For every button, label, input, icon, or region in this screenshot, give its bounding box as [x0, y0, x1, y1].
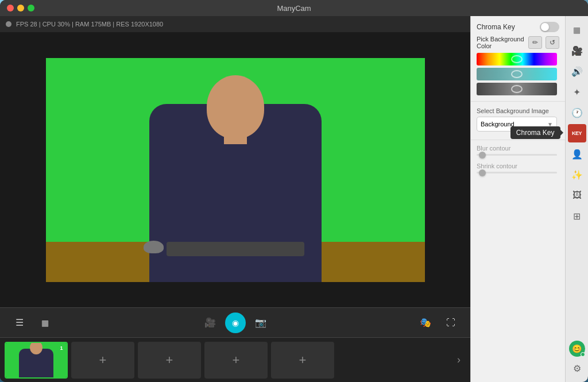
source-add-5[interactable]: +	[271, 342, 334, 379]
sidebar-face-icon: 👤	[571, 149, 583, 160]
list-view-button[interactable]: ☰	[9, 312, 30, 333]
maximize-button[interactable]	[28, 5, 34, 11]
grid-icon: ▦	[41, 318, 49, 327]
mouse-element	[144, 241, 164, 253]
source-add-3[interactable]: +	[138, 342, 201, 379]
center-area: FPS 28 | CPU 30% | RAM 175MB | RES 1920X…	[0, 16, 470, 382]
sidebar-magic-icon: ✨	[571, 169, 583, 180]
profile-online-dot	[581, 352, 585, 357]
eyedropper-button[interactable]: ✏	[528, 36, 542, 49]
sidebar-preview-btn[interactable]: ▦	[568, 21, 586, 39]
list-icon: ☰	[16, 317, 24, 328]
sidebar-image-btn[interactable]: 🖼	[568, 186, 586, 204]
chroma-key-section: Chroma Key Pick Background Color ✏ ↺	[471, 16, 565, 102]
dropdown-arrow-icon: ▼	[547, 121, 553, 128]
mask-button[interactable]: 🎭	[415, 312, 436, 333]
sidebar-history-btn[interactable]: 🕐	[568, 103, 586, 122]
sidebar-chroma-btn[interactable]: KEY	[568, 124, 586, 142]
record-button[interactable]: 🎥	[200, 312, 220, 333]
sidebar-camera-btn[interactable]: 🎥	[568, 41, 586, 60]
color-swatch-cool[interactable]	[477, 68, 557, 80]
keyboard-element	[167, 242, 304, 256]
snapshot-button[interactable]: 📷	[250, 312, 271, 333]
color-swatch-rainbow[interactable]	[477, 53, 557, 65]
source-add-4[interactable]: +	[204, 342, 268, 379]
sidebar-camera-icon: 🎥	[571, 45, 583, 56]
sidebar-grid-icon: ⊞	[573, 211, 581, 222]
color-swatch-dark[interactable]	[477, 83, 557, 95]
chroma-key-row: Chroma Key	[477, 22, 559, 32]
icon-sidebar: ▦ 🎥 🔊 ✦ 🕐 KEY Chroma Key	[565, 16, 588, 382]
chroma-key-toggle[interactable]	[540, 22, 559, 32]
pick-bg-color-row: Pick Background Color ✏ ↺	[477, 36, 559, 49]
sidebar-face-btn[interactable]: 👤	[568, 145, 586, 163]
window-title: ManyCam	[277, 4, 311, 13]
expand-icon: ⛶	[446, 318, 455, 328]
sidebar-chroma-icon: KEY	[572, 130, 582, 136]
background-dropdown[interactable]: Background ▼	[477, 117, 557, 132]
profile-icon-symbol: 😊	[572, 344, 582, 353]
source-next-arrow[interactable]: ›	[452, 342, 466, 379]
swatch-bump-rainbow	[511, 55, 523, 63]
source-strip: 1 + + + + ›	[0, 337, 470, 382]
add-icon-4: +	[299, 353, 307, 368]
source-item-1[interactable]: 1	[5, 342, 68, 379]
shrink-contour-track[interactable]	[477, 172, 557, 173]
arrow-icon: ›	[457, 354, 461, 366]
source-add-2[interactable]: +	[71, 342, 134, 379]
stats-bar: FPS 28 | CPU 30% | RAM 175MB | RES 1920X…	[0, 16, 470, 32]
select-bg-label: Select Background Image	[477, 107, 559, 114]
profile-icon[interactable]: 😊	[569, 341, 585, 357]
chroma-key-btn-container: KEY Chroma Key	[568, 124, 586, 142]
select-bg-section: Select Background Image Background ▼	[471, 102, 565, 140]
add-icon-2: +	[166, 353, 173, 368]
titlebar: ManyCam	[0, 0, 588, 16]
pick-bg-color-label: Pick Background Color	[477, 36, 528, 49]
status-indicator	[6, 21, 11, 27]
video-preview-area	[0, 32, 470, 307]
color-pickers: ✏ ↺	[528, 36, 559, 49]
grid-view-button[interactable]: ▦	[34, 312, 55, 333]
sidebar-audio-icon: 🔊	[571, 66, 583, 77]
sidebar-magic-btn[interactable]: ✨	[568, 165, 586, 184]
shrink-contour-thumb[interactable]	[479, 169, 486, 176]
blur-contour-thumb[interactable]	[479, 152, 486, 159]
sidebar-bottom: 😊 ⚙	[568, 341, 586, 377]
sidebar-settings-btn[interactable]: ⚙	[568, 359, 586, 377]
stream-button[interactable]: ◉	[225, 312, 246, 333]
video-frame	[46, 58, 425, 282]
blur-contour-track[interactable]	[477, 154, 557, 156]
toggle-knob	[541, 23, 549, 31]
add-icon-3: +	[233, 353, 240, 368]
mask-icon: 🎭	[420, 317, 431, 328]
sidebar-grid-btn[interactable]: ⊞	[568, 207, 586, 225]
person-head	[207, 75, 264, 138]
shrink-contour-label: Shrink contour	[477, 163, 559, 169]
settings-icon: ⚙	[573, 363, 581, 374]
dropdown-value: Background	[481, 121, 514, 128]
source-badge: 1	[57, 344, 65, 352]
bottom-toolbar: ☰ ▦ 🎥 ◉ 📷 🎭	[0, 307, 470, 337]
expand-button[interactable]: ⛶	[440, 312, 461, 333]
sidebar-preview-icon: ▦	[573, 25, 581, 34]
close-button[interactable]	[7, 5, 14, 11]
stream-icon: ◉	[232, 318, 239, 327]
swatch-bump-dark	[511, 85, 523, 93]
sidebar-history-icon: 🕐	[571, 107, 583, 118]
camera-icon: 📷	[255, 317, 266, 328]
chroma-key-panel: Chroma Key Pick Background Color ✏ ↺	[470, 16, 565, 382]
window-controls	[7, 5, 34, 11]
main-content-area: FPS 28 | CPU 30% | RAM 175MB | RES 1920X…	[0, 16, 588, 382]
sidebar-effects-btn[interactable]: ✦	[568, 83, 586, 101]
main-window: ManyCam FPS 28 | CPU 30% | RAM 175MB | R…	[0, 0, 588, 382]
swatch-bump-cool	[511, 70, 523, 78]
add-icon: +	[99, 353, 107, 368]
record-icon: 🎥	[204, 317, 216, 328]
reset-color-button[interactable]: ↺	[546, 36, 559, 49]
sidebar-audio-btn[interactable]: 🔊	[568, 62, 586, 80]
sidebar-effects-icon: ✦	[573, 87, 581, 98]
minimize-button[interactable]	[17, 5, 24, 11]
blur-contour-label: Blur contour	[477, 145, 559, 152]
stats-text: FPS 28 | CPU 30% | RAM 175MB | RES 1920X…	[16, 21, 163, 28]
chroma-key-label: Chroma Key	[477, 23, 515, 31]
